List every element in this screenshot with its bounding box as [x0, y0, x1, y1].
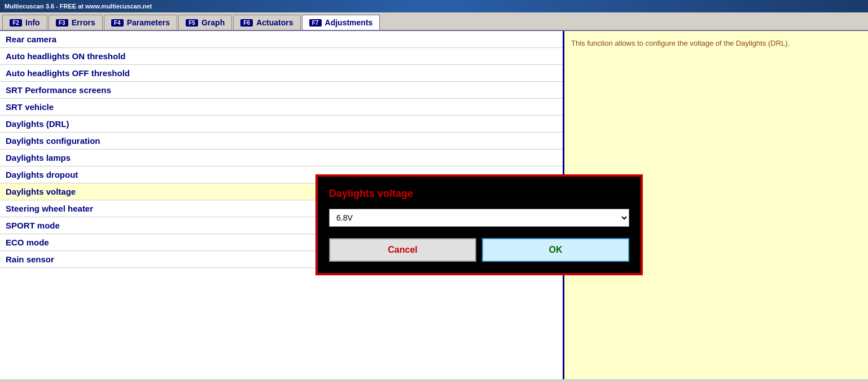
voltage-select[interactable]: 6.8V7.0V7.2V7.4V7.6V7.8V8.0V8.2V8.4V8.6V…: [329, 209, 629, 227]
tab-label-parameters: Parameters: [127, 18, 170, 27]
modal-select-wrapper: 6.8V7.0V7.2V7.4V7.6V7.8V8.0V8.2V8.4V8.6V…: [329, 209, 629, 227]
fkey-actuators: F6: [240, 19, 253, 27]
fkey-graph: F5: [186, 19, 198, 27]
tab-label-errors: Errors: [72, 18, 95, 27]
fkey-adjustments: F7: [309, 19, 322, 27]
title-bar: Multiecuscan 3.6 - FREE at www.multiecus…: [0, 0, 868, 12]
modal-dialog: Daylights voltage 6.8V7.0V7.2V7.4V7.6V7.…: [315, 174, 643, 275]
list-item-auto-headlights-on[interactable]: Auto headlights ON threshold: [0, 48, 563, 65]
list-item-auto-headlights-off[interactable]: Auto headlights OFF threshold: [0, 65, 563, 82]
tab-label-info: Info: [25, 18, 40, 27]
list-item-daylights-lamps[interactable]: Daylights lamps: [0, 150, 563, 166]
fkey-info: F2: [10, 19, 22, 27]
tab-parameters[interactable]: F4Parameters: [104, 15, 177, 30]
list-item-rear-camera[interactable]: Rear camera: [0, 31, 563, 48]
tab-errors[interactable]: F3Errors: [49, 15, 103, 30]
modal-buttons: Cancel OK: [329, 238, 629, 262]
title-bar-text: Multiecuscan 3.6 - FREE at www.multiecus…: [5, 3, 152, 10]
cancel-button[interactable]: Cancel: [329, 238, 476, 262]
tab-label-adjustments: Adjustments: [325, 18, 373, 27]
tab-label-graph: Graph: [201, 18, 225, 27]
tab-actuators[interactable]: F6Actuators: [233, 15, 300, 30]
modal-title: Daylights voltage: [329, 188, 629, 200]
tab-graph[interactable]: F5Graph: [178, 15, 232, 30]
list-item-srt-performance[interactable]: SRT Performance screens: [0, 82, 563, 99]
fkey-parameters: F4: [111, 19, 124, 27]
tab-adjustments[interactable]: F7Adjustments: [302, 15, 380, 30]
tab-info[interactable]: F2Info: [2, 15, 47, 30]
list-item-daylights-drl[interactable]: Daylights (DRL): [0, 116, 563, 133]
tab-label-actuators: Actuators: [256, 18, 293, 27]
info-text: This function allows to configure the vo…: [571, 39, 790, 47]
fkey-errors: F3: [56, 19, 68, 27]
tab-bar: F2InfoF3ErrorsF4ParametersF5GraphF6Actua…: [0, 12, 868, 31]
list-item-srt-vehicle[interactable]: SRT vehicle: [0, 99, 563, 116]
ok-button[interactable]: OK: [482, 238, 629, 262]
list-item-daylights-configuration[interactable]: Daylights configuration: [0, 133, 563, 150]
